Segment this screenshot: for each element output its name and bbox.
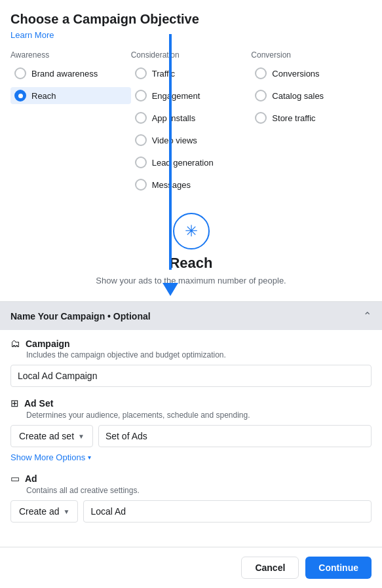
- reach-star-icon: ✳: [185, 222, 198, 240]
- option-conversions[interactable]: Conversions: [251, 65, 372, 82]
- create-ad-dropdown[interactable]: Create ad ▼: [10, 500, 78, 523]
- radio-messages: [135, 179, 147, 191]
- ad-dropdown-chevron-icon: ▼: [63, 508, 69, 515]
- ad-item-header: ▭ Ad: [10, 473, 372, 485]
- brand-awareness-label: Brand awareness: [31, 69, 98, 79]
- reach-label: Reach: [31, 91, 56, 101]
- create-ad-set-label: Create ad set: [19, 431, 74, 441]
- continue-button[interactable]: Continue: [305, 557, 372, 579]
- ad-item: ▭ Ad Contains all ad creative settings. …: [10, 473, 372, 523]
- show-more-label: Show More Options: [10, 452, 85, 462]
- store-traffic-label: Store traffic: [272, 113, 315, 123]
- learn-more-link[interactable]: Learn More: [10, 30, 54, 40]
- ad-item-description: Contains all ad creative settings.: [10, 486, 372, 495]
- consideration-column: Consideration Traffic Engagement App ins…: [131, 50, 252, 198]
- option-app-installs[interactable]: App installs: [131, 109, 252, 126]
- campaign-item-header: 🗂 Campaign: [10, 338, 372, 349]
- traffic-label: Traffic: [152, 69, 175, 79]
- campaign-name-section: Name Your Campaign • Optional ⌃ 🗂 Campai…: [0, 301, 382, 543]
- conversion-column: Conversion Conversions Catalog sales Sto…: [251, 50, 372, 198]
- conversions-label: Conversions: [272, 69, 319, 79]
- radio-reach: [14, 90, 26, 101]
- campaign-item-description: Includes the campaign objective and budg…: [10, 350, 372, 359]
- ad-row: Create ad ▼: [10, 500, 372, 523]
- campaign-item-title: Campaign: [26, 339, 70, 349]
- radio-store-traffic: [255, 112, 267, 124]
- campaign-item: 🗂 Campaign Includes the campaign objecti…: [10, 338, 372, 387]
- reach-icon-circle: ✳: [173, 213, 210, 249]
- ad-set-item: ⊞ Ad Set Determines your audience, place…: [10, 397, 372, 462]
- chevron-up-icon[interactable]: ⌃: [363, 310, 372, 322]
- option-messages[interactable]: Messages: [131, 176, 252, 193]
- campaign-section-header: Name Your Campaign • Optional ⌃: [0, 302, 382, 330]
- create-ad-label: Create ad: [19, 506, 59, 517]
- option-reach[interactable]: Reach: [10, 87, 131, 104]
- option-video-views[interactable]: Video views: [131, 132, 252, 149]
- messages-label: Messages: [152, 180, 191, 190]
- radio-conversions: [255, 67, 267, 79]
- objective-columns: Awareness Brand awareness Reach Consider…: [10, 50, 372, 198]
- reach-info-title: Reach: [10, 255, 372, 272]
- page-title: Choose a Campaign Objective: [10, 12, 372, 27]
- campaign-section-title: Name Your Campaign • Optional: [10, 311, 151, 322]
- ad-item-title: Ad: [25, 473, 37, 484]
- campaign-section-body: 🗂 Campaign Includes the campaign objecti…: [0, 330, 382, 543]
- radio-app-installs: [135, 112, 147, 124]
- option-brand-awareness[interactable]: Brand awareness: [10, 65, 131, 82]
- folder-icon: 🗂: [10, 338, 20, 349]
- radio-traffic: [135, 67, 147, 79]
- ad-set-row: Create ad set ▼: [10, 425, 372, 447]
- create-ad-set-dropdown[interactable]: Create ad set ▼: [10, 425, 93, 447]
- lead-generation-label: Lead generation: [152, 158, 214, 168]
- radio-video-views: [135, 134, 147, 146]
- grid-icon: ⊞: [10, 397, 19, 409]
- radio-reach-inner: [18, 94, 23, 98]
- dropdown-chevron-icon: ▼: [78, 433, 85, 440]
- radio-lead-generation: [135, 156, 147, 168]
- consideration-header: Consideration: [131, 50, 252, 60]
- reach-info-description: Show your ads to the maximum number of p…: [10, 276, 372, 285]
- ad-set-item-header: ⊞ Ad Set: [10, 397, 372, 409]
- video-views-label: Video views: [152, 136, 197, 145]
- radio-catalog-sales: [255, 90, 267, 101]
- reach-info-section: ✳ Reach Show your ads to the maximum num…: [0, 205, 382, 299]
- app-installs-label: App installs: [152, 113, 195, 123]
- ad-set-title: Ad Set: [24, 398, 53, 409]
- radio-brand-awareness: [14, 67, 26, 79]
- option-store-traffic[interactable]: Store traffic: [251, 109, 372, 126]
- page-footer: Cancel Continue: [0, 547, 382, 588]
- show-more-options-link[interactable]: Show More Options ▾: [10, 452, 91, 462]
- set-of-ads-input[interactable]: [98, 425, 372, 447]
- option-catalog-sales[interactable]: Catalog sales: [251, 87, 372, 104]
- campaign-name-input[interactable]: [10, 365, 372, 387]
- page-header: Choose a Campaign Objective Learn More: [0, 0, 382, 43]
- cancel-button[interactable]: Cancel: [241, 557, 299, 579]
- show-more-chevron-icon: ▾: [88, 454, 91, 461]
- radio-engagement: [135, 90, 147, 101]
- ad-icon: ▭: [10, 473, 20, 485]
- catalog-sales-label: Catalog sales: [272, 91, 324, 101]
- engagement-label: Engagement: [152, 91, 201, 101]
- option-lead-generation[interactable]: Lead generation: [131, 154, 252, 171]
- ad-name-input[interactable]: [83, 500, 372, 523]
- awareness-column: Awareness Brand awareness Reach: [10, 50, 131, 198]
- option-traffic[interactable]: Traffic: [131, 65, 252, 82]
- awareness-header: Awareness: [10, 50, 131, 60]
- option-engagement[interactable]: Engagement: [131, 87, 252, 104]
- ad-set-description: Determines your audience, placements, sc…: [10, 411, 372, 420]
- conversion-header: Conversion: [251, 50, 372, 60]
- objective-section: Awareness Brand awareness Reach Consider…: [0, 43, 382, 198]
